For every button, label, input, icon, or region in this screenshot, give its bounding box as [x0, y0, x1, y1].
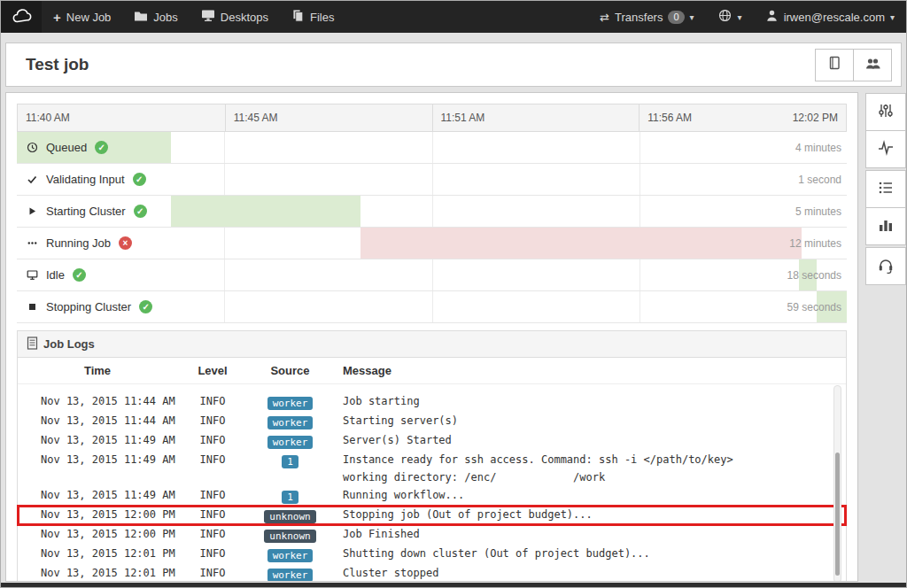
col-source: Source — [248, 364, 332, 377]
nav-jobs[interactable]: Jobs — [122, 1, 189, 33]
sliders-icon — [877, 102, 895, 123]
log-message: Running workflow... — [332, 486, 846, 504]
stage-label: Validating Input — [46, 173, 125, 186]
log-scrollbar[interactable] — [833, 385, 841, 582]
axis-tick: 11:56 AM 12:02 PM — [639, 104, 846, 131]
log-time: Nov 13, 2015 12:00 PM — [18, 506, 177, 523]
log-message: Job Finished — [332, 525, 846, 543]
col-message: Message — [332, 364, 846, 377]
headset-icon — [877, 256, 895, 277]
log-time: Nov 13, 2015 12:00 PM — [18, 525, 177, 543]
transfers-menu[interactable]: ⇄ Transfers 0 ▾ — [588, 1, 705, 33]
log-level: INFO — [177, 525, 248, 543]
plus-icon: + — [53, 11, 61, 24]
caret-down-icon: ▾ — [738, 12, 742, 22]
status-success-icon: ✓ — [139, 300, 152, 313]
nav-new-job-label: New Job — [66, 11, 112, 24]
nav-new-job[interactable]: + New Job — [42, 1, 122, 33]
stop-icon — [27, 301, 38, 313]
job-status-panel: 11:40 AM 11:45 AM 11:51 AM 11:56 AM 12:0… — [5, 92, 858, 582]
logs-list-button[interactable] — [865, 170, 906, 208]
log-message: Shutting down cluster (Out of project bu… — [332, 545, 846, 562]
log-row: Nov 13, 2015 12:01 PM INFO worker Cluste… — [18, 564, 846, 582]
log-scrollbar-thumb[interactable] — [835, 453, 840, 576]
axis-tick: 11:40 AM — [18, 104, 225, 131]
people-icon — [864, 56, 881, 74]
filters-button[interactable] — [865, 93, 906, 131]
log-row: Nov 13, 2015 12:01 PM INFO worker Shutti… — [18, 545, 846, 564]
timeline-row-starting-cluster: Starting Cluster ✓ 5 minutes — [17, 196, 847, 228]
log-message: Job starting — [332, 392, 846, 410]
nav-files-label: Files — [310, 11, 334, 24]
nav-desktops[interactable]: Desktops — [190, 1, 280, 33]
log-time: Nov 13, 2015 11:49 AM — [18, 451, 177, 468]
charts-button[interactable] — [865, 207, 906, 245]
source-badge: worker — [267, 569, 314, 582]
side-toolbar — [865, 93, 906, 285]
rescale-logo[interactable] — [1, 1, 42, 33]
log-file-icon — [27, 337, 38, 352]
log-row-highlighted: Nov 13, 2015 12:00 PM INFO unknown Stopp… — [18, 506, 846, 525]
stage-duration: 5 minutes — [795, 205, 841, 218]
pulse-icon — [877, 139, 895, 160]
log-level: INFO — [177, 392, 248, 410]
clock-icon — [27, 142, 38, 153]
cloud-logo-icon — [11, 7, 32, 27]
log-row: Nov 13, 2015 11:49 AM INFO worker Server… — [18, 431, 846, 451]
source-badge: unknown — [264, 530, 315, 543]
log-level: INFO — [177, 412, 248, 429]
source-badge: 1 — [282, 455, 298, 468]
book-icon — [826, 55, 842, 74]
stage-duration: 18 seconds — [787, 269, 841, 282]
stage-duration: 12 minutes — [789, 237, 841, 250]
globe-icon — [717, 8, 733, 26]
stage-label: Queued — [46, 141, 87, 154]
clone-job-button[interactable] — [815, 49, 854, 81]
col-level: Level — [177, 364, 248, 377]
nav-files[interactable]: Files — [280, 1, 345, 33]
transfers-icon: ⇄ — [600, 11, 609, 24]
source-badge: worker — [267, 436, 314, 449]
axis-tick-label: 12:02 PM — [793, 112, 838, 124]
job-actions — [815, 49, 892, 81]
app-window: + New Job Jobs Desktops Files ⇄ Transfer… — [0, 0, 907, 588]
log-table-body: worker Nov 13, 2015 11:44 AM INFO worker… — [18, 384, 846, 582]
timeline-row-queued: Queued ✓ 4 minutes — [17, 132, 847, 164]
log-level: INFO — [177, 506, 248, 523]
caret-down-icon: ▾ — [690, 12, 694, 22]
status-success-icon: ✓ — [95, 141, 108, 154]
source-badge: worker — [267, 416, 314, 429]
account-menu[interactable]: irwen@rescale.com ▾ — [754, 1, 906, 33]
stage-label: Running Job — [46, 236, 111, 250]
axis-tick: 11:51 AM — [432, 104, 640, 131]
stage-label: Idle — [46, 268, 65, 282]
log-level: INFO — [177, 486, 248, 504]
language-menu[interactable]: ▾ — [706, 1, 754, 33]
status-success-icon: ✓ — [73, 268, 86, 282]
caret-down-icon: ▾ — [890, 12, 895, 22]
axis-tick: 11:45 AM — [225, 104, 432, 131]
timeline-bar — [171, 196, 360, 227]
user-icon — [765, 9, 779, 25]
ellipsis-icon — [27, 237, 38, 249]
log-row-partial: worker — [18, 384, 846, 392]
source-badge: 1 — [282, 491, 298, 504]
account-email: irwen@rescale.com — [784, 11, 885, 24]
page-title: Test job — [6, 55, 89, 74]
support-button[interactable] — [865, 247, 906, 285]
timeline-axis: 11:40 AM 11:45 AM 11:51 AM 11:56 AM 12:0… — [17, 104, 847, 132]
status-success-icon: ✓ — [133, 173, 146, 186]
activity-button[interactable] — [865, 130, 906, 168]
share-job-button[interactable] — [853, 49, 892, 81]
transfers-label: Transfers — [615, 11, 663, 24]
log-message: Cluster stopped — [332, 564, 846, 582]
timeline-row-idle: Idle ✓ 18 seconds — [17, 259, 847, 291]
job-logs-header: Job Logs — [18, 331, 846, 358]
status-error-icon: × — [119, 236, 132, 250]
log-table-header: Time Level Source Message — [18, 358, 846, 384]
source-badge: worker — [267, 397, 314, 410]
log-level: INFO — [177, 564, 248, 582]
nav-desktops-label: Desktops — [221, 11, 268, 24]
stage-label: Starting Cluster — [46, 205, 126, 218]
display-icon — [27, 269, 38, 281]
